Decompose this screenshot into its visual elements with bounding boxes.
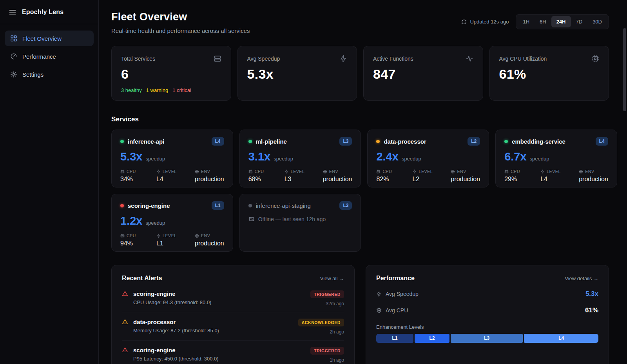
sidebar-header: Epochly Lens [0,0,98,24]
app-title: Epochly Lens [22,9,63,16]
refresh-icon[interactable] [461,19,467,25]
bolt-icon [339,55,347,63]
alert-row[interactable]: scoring-engine CPU Usage: 94.3 (threshol… [122,284,344,312]
performance-title: Performance [376,275,415,282]
metric-env: ENV production [579,169,608,183]
view-details-link[interactable]: View details → [565,276,598,281]
fleet-health-summary: 3 healthy 1 warning 1 critical [121,87,221,93]
service-name: inference-api-staging [256,202,311,209]
cpu-icon [591,55,599,63]
performance-rows: Avg Speedup 5.3x Avg CPU 61% [376,286,598,319]
stat-card-active-functions: Active Functions 847 [363,46,483,101]
speedup-value: 1.2x [120,214,142,227]
sidebar-item-fleet-overview[interactable]: Fleet Overview [5,31,94,46]
metric-level: LEVEL L3 [285,169,323,183]
warning-triangle-icon [122,347,128,353]
service-card-inference-api[interactable]: inference-api L4 5.3x speedup CPU 34% LE… [111,130,233,187]
level-segment-l1: L1 [376,334,413,343]
service-card-inference-api-staging[interactable]: inference-api-staging L3 Offline — last … [239,194,361,252]
gauge-icon [10,53,17,60]
cpu-icon [120,234,125,238]
range-button-7d[interactable]: 7D [571,16,588,27]
status-dot-critical [120,204,124,207]
perf-label-text: Avg Speedup [386,291,419,297]
sidebar-item-performance[interactable]: Performance [5,49,94,64]
metric-label-text: CPU [127,233,136,238]
offline-text: Offline — last seen 12h ago [258,216,326,222]
speedup-suffix: speedup [145,220,165,226]
cpu-icon [504,169,509,174]
globe-icon [195,234,199,238]
app-root: Epochly Lens Fleet Overview Performance … [0,0,627,364]
cpu-icon [376,308,382,313]
scrollbar-thumb[interactable] [623,28,626,111]
metric-cpu: CPU 94% [120,233,156,247]
metric-label-text: ENV [329,169,338,174]
menu-icon[interactable] [9,8,16,16]
updated-text: Updated 12s ago [470,19,509,25]
service-name: inference-api [128,138,164,145]
service-card-scoring-engine[interactable]: scoring-engine L1 1.2x speedup CPU 94% L… [111,194,233,252]
range-button-30d[interactable]: 30D [587,16,607,27]
perf-label-text: Avg CPU [386,307,408,314]
level-badge: L1 [212,201,224,210]
level-segment-l2: L2 [415,334,449,343]
metric-label-text: ENV [201,169,210,174]
alert-row[interactable]: scoring-engine P95 Latency: 450.0 (thres… [122,340,344,364]
warning-count: 1 warning [146,87,168,93]
speedup-suffix: speedup [274,156,293,162]
metric-value: L4 [540,176,579,183]
service-name: scoring-engine [128,202,170,209]
speedup-value: 5.3x [120,150,142,163]
metric-env: ENV production [195,169,224,183]
service-card-data-processor[interactable]: data-processor L2 2.4x speedup CPU 82% L… [367,130,489,187]
bottom-panels: Recent Alerts View all → scoring-engine … [111,265,609,364]
globe-icon [579,169,583,174]
stat-label: Avg Speedup [247,56,280,62]
alert-row[interactable]: data-processor Memory Usage: 87.2 (thres… [122,312,344,340]
service-name: ml-pipeline [256,138,287,145]
range-button-1h[interactable]: 1H [518,16,535,27]
metric-label-text: ENV [457,169,466,174]
metric-value: production [579,176,608,183]
recent-alerts-panel: Recent Alerts View all → scoring-engine … [111,265,355,364]
sidebar-item-settings[interactable]: Settings [5,67,94,82]
view-all-link[interactable]: View all → [320,276,344,281]
service-card-embedding-service[interactable]: embedding-service L4 6.7x speedup CPU 29… [495,130,617,187]
status-dot-healthy [248,140,252,143]
speedup-suffix: speedup [402,156,421,162]
scrollbar[interactable] [623,0,626,364]
stat-value: 5.3x [247,67,348,82]
sidebar-nav: Fleet Overview Performance Settings [0,24,98,88]
globe-icon [451,169,455,174]
bolt-icon [412,169,417,174]
stat-card-avg-speedup: Avg Speedup 5.3x [237,46,357,101]
alerts-title: Recent Alerts [122,275,162,282]
warning-triangle-icon [122,319,128,325]
critical-count: 1 critical [172,87,191,93]
stat-card-total-services: Total Services 6 3 healthy 1 warning 1 c… [111,46,231,101]
metric-label-text: LEVEL [419,169,433,174]
perf-value: 61% [585,306,598,314]
range-button-6h[interactable]: 6H [535,16,551,27]
metric-level: LEVEL L4 [156,169,195,183]
perf-value: 5.3x [585,290,598,298]
alert-time: 1h ago [330,357,344,363]
metric-value: 82% [376,176,412,183]
stat-label: Active Functions [373,56,413,62]
status-dot-healthy [120,140,124,143]
metric-value: production [323,176,352,183]
warning-triangle-icon [122,290,128,297]
performance-panel: Performance View details → Avg Speedup 5… [366,265,609,364]
metric-value: 29% [504,176,540,183]
range-button-24h[interactable]: 24H [551,16,571,27]
services-grid: inference-api L4 5.3x speedup CPU 34% LE… [111,130,609,252]
stat-value: 61% [499,67,600,82]
metric-value: 34% [120,176,156,183]
service-card-ml-pipeline[interactable]: ml-pipeline L3 3.1x speedup CPU 68% LEVE… [239,130,361,187]
metric-label-text: CPU [127,169,136,174]
cpu-icon [248,169,253,174]
alert-detail: CPU Usage: 94.3 (threshold: 80.0) [133,299,305,305]
nav-label: Performance [22,53,56,60]
status-badge: TRIGGERED [310,290,344,298]
